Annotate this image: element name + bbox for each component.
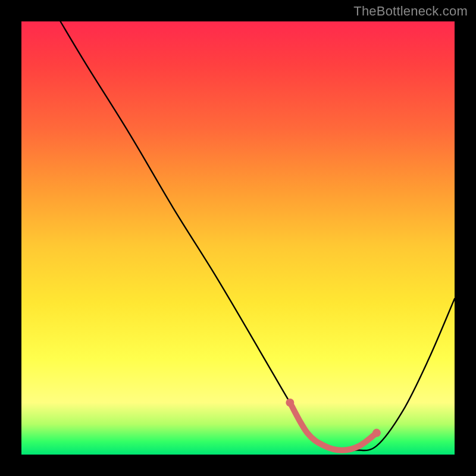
watermark-text: TheBottleneck.com bbox=[353, 4, 468, 19]
plot-area bbox=[21, 21, 455, 455]
chart-frame: TheBottleneck.com bbox=[0, 0, 476, 476]
svg-point-0 bbox=[286, 399, 294, 407]
curve-layer bbox=[21, 21, 455, 455]
svg-point-1 bbox=[372, 429, 381, 437]
highlight-band bbox=[286, 399, 381, 450]
bottleneck-curve bbox=[61, 21, 455, 452]
